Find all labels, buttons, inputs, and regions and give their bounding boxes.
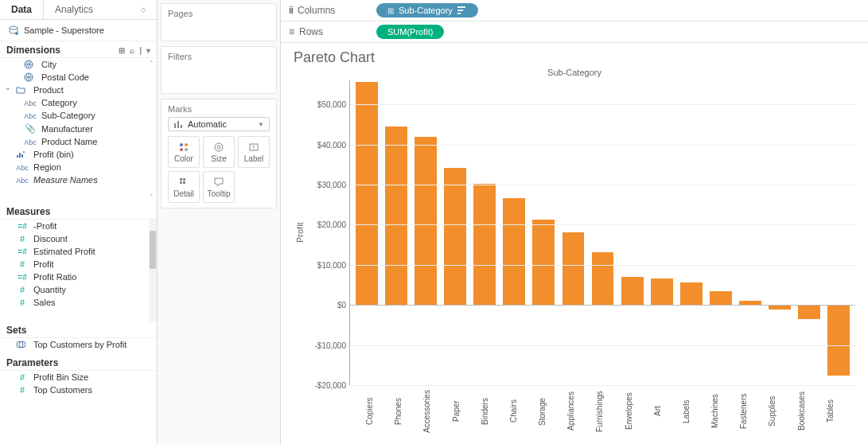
grid-line	[350, 265, 855, 266]
bar-paper[interactable]	[444, 168, 466, 305]
svg-rect-11	[177, 121, 179, 128]
expander-icon[interactable]: ⌄	[5, 84, 11, 92]
field-top-customers-by-profit[interactable]: Top Customers by Profit	[0, 338, 157, 351]
mark-color-button[interactable]: Color	[168, 136, 200, 168]
field-manufacturer[interactable]: 📎Manufacturer	[0, 122, 157, 135]
mark-label-button[interactable]: T Label	[238, 136, 270, 168]
search-icon[interactable]: ⌕	[130, 46, 134, 55]
dimensions-list: ˄ ˅ CityPostal Code⌄ProductAbcCategoryAb…	[0, 58, 157, 203]
x-tick-label: Labels	[682, 385, 708, 441]
x-tick-label: Copiers	[365, 385, 391, 441]
viz-title[interactable]: Pareto Chart	[294, 49, 855, 66]
abc-icon: Abc	[24, 138, 37, 146]
bar-envelopes[interactable]	[621, 277, 644, 305]
field-profit[interactable]: #Profit	[0, 258, 157, 271]
field-measure-names[interactable]: AbcMeasure Names	[0, 173, 157, 186]
field-profit-bin-size[interactable]: #Profit Bin Size	[0, 371, 157, 384]
field-city[interactable]: City	[0, 58, 157, 71]
field-label: Measure Names	[33, 175, 98, 185]
bar-tables[interactable]	[827, 305, 850, 376]
bar-appliances[interactable]	[562, 232, 585, 305]
y-tick-label: $0	[337, 301, 346, 310]
bar-furnishings[interactable]	[592, 252, 614, 305]
tab-analytics[interactable]: Analytics ◇	[44, 0, 157, 19]
field-quantity[interactable]: #Quantity	[0, 283, 157, 296]
tab-data[interactable]: Data	[0, 0, 44, 19]
detail-icon	[178, 177, 189, 188]
pages-title: Pages	[168, 9, 270, 18]
svg-rect-12	[181, 125, 182, 128]
bar-chairs[interactable]	[503, 198, 525, 305]
filters-card[interactable]: Filters	[161, 46, 277, 94]
svg-point-17	[215, 143, 223, 151]
x-tick-label: Appliances	[566, 385, 593, 441]
dimensions-label: Dimensions	[6, 45, 60, 56]
marks-title: Marks	[168, 104, 270, 114]
field-product-name[interactable]: AbcProduct Name	[0, 135, 157, 148]
bar-bookcases[interactable]	[798, 305, 820, 319]
field-label: Profit Ratio	[33, 272, 76, 282]
bar-labels[interactable]	[680, 282, 703, 305]
svg-point-13	[180, 143, 183, 146]
tab-analytics-label: Analytics	[55, 4, 93, 15]
abc-icon: Abc	[24, 111, 37, 120]
x-axis-labels: CopiersPhonesAccessoriesPaperBindersChai…	[294, 385, 855, 441]
bar-copiers[interactable]	[356, 82, 378, 305]
field-discount[interactable]: #Discount	[0, 232, 157, 245]
svg-rect-5	[19, 153, 21, 158]
size-icon	[213, 142, 224, 153]
x-tick-label: Paper	[452, 385, 478, 441]
bar-storage[interactable]	[532, 220, 555, 305]
grid-line	[350, 345, 855, 346]
bar-accessories[interactable]	[415, 137, 437, 305]
svg-rect-21	[180, 178, 182, 181]
mark-size-button[interactable]: Size	[203, 136, 235, 168]
field-top-customers[interactable]: #Top Customers	[0, 384, 157, 396]
grid-line	[350, 145, 855, 146]
bar-phones[interactable]	[385, 127, 407, 305]
data-source-row[interactable]: Sample - Superstore	[0, 20, 157, 41]
field-category[interactable]: AbcCategory	[0, 96, 157, 109]
field-region[interactable]: AbcRegion	[0, 161, 157, 173]
x-tick-label: Art	[653, 385, 679, 441]
field-product[interactable]: Product	[0, 84, 157, 96]
field--profit[interactable]: =#-Profit	[0, 220, 157, 232]
mark-type-label: Automatic	[188, 119, 227, 129]
mark-tooltip-button[interactable]: Tooltip	[203, 171, 235, 203]
rows-shelf[interactable]: ≡ Rows SUM(Profit)	[281, 21, 868, 43]
field-sales[interactable]: #Sales	[0, 296, 157, 309]
bin-icon	[16, 150, 29, 158]
svg-point-14	[185, 143, 188, 146]
svg-rect-22	[183, 178, 185, 181]
hash-icon: #	[16, 385, 29, 395]
field-postal-code[interactable]: Postal Code	[0, 71, 157, 84]
bar-column	[796, 80, 823, 385]
main-pane: iii Columns ⊞ Sub-Category ≡ Rows SUM(Pr…	[281, 0, 868, 444]
chart-plot[interactable]	[349, 80, 855, 385]
mark-detail-button[interactable]: Detail	[168, 171, 200, 203]
field-profit-ratio[interactable]: =#Profit Ratio	[0, 271, 157, 283]
bar-column	[442, 80, 469, 385]
mark-type-select[interactable]: Automatic ▼	[168, 117, 270, 131]
view-grid-icon[interactable]: ⊞	[119, 46, 125, 55]
bar-column	[383, 80, 410, 385]
field-profit-bin-[interactable]: Profit (bin)	[0, 148, 157, 161]
rows-pill-sum-profit[interactable]: SUM(Profit)	[376, 25, 444, 39]
pages-card[interactable]: Pages	[161, 3, 277, 41]
rows-pill-label: SUM(Profit)	[387, 27, 433, 37]
calc-icon: =#	[16, 222, 29, 231]
scroll-down-icon[interactable]: ˅	[150, 193, 154, 201]
svg-rect-6	[21, 154, 23, 158]
columns-shelf[interactable]: iii Columns ⊞ Sub-Category	[281, 0, 868, 21]
columns-pill-subcategory[interactable]: ⊞ Sub-Category	[376, 3, 478, 18]
field-estimated-profit[interactable]: =#Estimated Profit	[0, 245, 157, 258]
x-tick-label: Machines	[710, 385, 737, 441]
bar-machines[interactable]	[710, 291, 732, 305]
x-tick-label: Binders	[481, 385, 507, 441]
field-sub-category[interactable]: AbcSub-Category	[0, 109, 157, 122]
menu-caret-icon[interactable]: ▾	[146, 46, 150, 55]
bar-binders[interactable]	[473, 184, 496, 305]
label-icon: T	[248, 142, 259, 153]
bar-art[interactable]	[651, 278, 673, 305]
rows-label: Rows	[299, 26, 323, 37]
